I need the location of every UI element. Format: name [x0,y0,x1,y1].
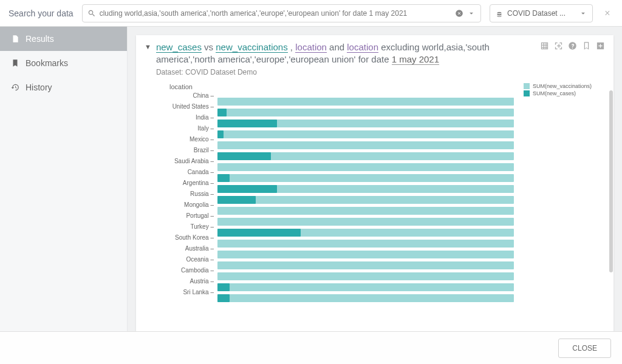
close-icon[interactable]: × [601,8,613,19]
sidebar-item-history[interactable]: History [0,75,127,99]
help-icon[interactable] [568,41,577,50]
bar-cases [217,109,227,116]
sidebar-item-results[interactable]: Results [0,27,127,51]
bar-row [217,107,514,118]
bar-row [217,162,514,173]
topbar: Search your data cluding world,asia,'sou… [0,0,622,27]
bar-row [217,129,514,140]
clear-query-icon[interactable] [455,9,463,18]
card-action-icons [540,41,605,50]
bar-cases [217,283,230,291]
bar-vaccinations [217,294,514,302]
bar-cases [217,120,277,127]
collapse-icon[interactable]: ▼ [145,43,151,50]
card-header: ▼ new_cases vs new_vaccinations , locati… [136,35,613,79]
bar-row [217,96,514,107]
axis-label: Oceania – [145,254,217,265]
plus-square-icon[interactable] [596,41,605,50]
sidebar-item-label: History [26,83,52,92]
dataset-icon [495,9,504,18]
legend-item: SUM(new_vaccinations) [524,83,605,89]
close-button[interactable]: CLOSE [558,339,611,358]
bar-cases [217,185,277,193]
axis-label: Saudi Arabia – [145,156,217,167]
sidebar-item-label: Results [26,34,54,44]
result-card: ▼ new_cases vs new_vaccinations , locati… [136,35,613,331]
search-label: Search your data [9,8,73,18]
bar-cases [217,196,256,204]
axis-label: Austria – [145,276,217,287]
axis-label: Mongolia – [145,200,217,211]
chevron-down-icon[interactable] [467,9,476,18]
dataset-label: Dataset: COVID Dataset Demo [156,67,540,77]
axis-label: South Korea – [145,232,217,243]
bar-row [217,173,514,184]
bar-row [217,228,514,238]
bar-vaccinations [217,98,514,106]
swatch [524,83,530,89]
dataset-name: COVID Dataset ... [507,9,575,18]
footer: CLOSE [0,331,622,364]
bar-row [217,260,514,271]
dataset-selector[interactable]: COVID Dataset ... [490,4,593,22]
bar-vaccinations [217,283,514,291]
chevron-down-icon[interactable] [579,9,587,18]
file-icon [11,35,19,43]
bar-vaccinations [217,261,514,269]
axis-label: Russia – [145,189,217,200]
bar-vaccinations [217,163,514,171]
bar-vaccinations [217,141,514,149]
history-icon [11,83,19,92]
axis-label: Sri Lanka – [145,287,217,298]
bar-vaccinations [217,218,514,226]
swatch [524,90,530,96]
legend-item: SUM(new_cases) [524,90,605,96]
sidebar-item-bookmarks[interactable]: Bookmarks [0,51,127,75]
axis-label: Canada – [145,167,217,178]
bar-cases [217,130,224,138]
content: ▼ new_cases vs new_vaccinations , locati… [128,27,622,331]
bar-vaccinations [217,109,514,116]
bar-cases [217,229,301,237]
bar-row [217,206,514,217]
bar-row [217,293,514,304]
bar-vaccinations [217,130,514,138]
expand-icon[interactable] [554,41,563,50]
axis-label: China – [145,90,217,101]
axis-title: location [145,83,217,90]
axis-label: Cambodia – [145,265,217,276]
table-icon[interactable] [540,41,549,50]
bar-vaccinations [217,174,514,182]
bar-cases [217,152,271,160]
body: Results Bookmarks History ▼ new_cases vs… [0,27,622,331]
axis-label: Brazil – [145,145,217,156]
bookmark-outline-icon[interactable] [582,41,591,50]
bar-cases [217,294,230,302]
bar-row [217,249,514,260]
sidebar: Results Bookmarks History [0,27,128,331]
bookmark-icon [11,59,19,67]
chart: location China –United States –India –It… [136,79,613,298]
axis-label: Italy – [145,123,217,134]
bar-row [217,238,514,249]
bar-vaccinations [217,240,514,248]
search-input[interactable]: cluding world,asia,'south america','nort… [82,4,481,22]
bar-cases [217,174,230,182]
bar-row [217,140,514,151]
bar-row [217,195,514,206]
bar-row [217,118,514,129]
bar-vaccinations [217,207,514,215]
bar-row [217,282,514,293]
axis-label: United States – [145,101,217,112]
axis-label: Portugal – [145,211,217,221]
axis-label: Argentina – [145,178,217,189]
axis-label: India – [145,112,217,123]
scrollbar-thumb[interactable] [609,90,613,272]
search-icon [87,9,96,18]
axis-label: Turkey – [145,221,217,232]
result-title: new_cases vs new_vaccinations , location… [156,41,540,66]
search-query-text: cluding world,asia,'south america','nort… [100,9,451,18]
bar-vaccinations [217,251,514,258]
bar-row [217,217,514,228]
bar-vaccinations [217,272,514,280]
